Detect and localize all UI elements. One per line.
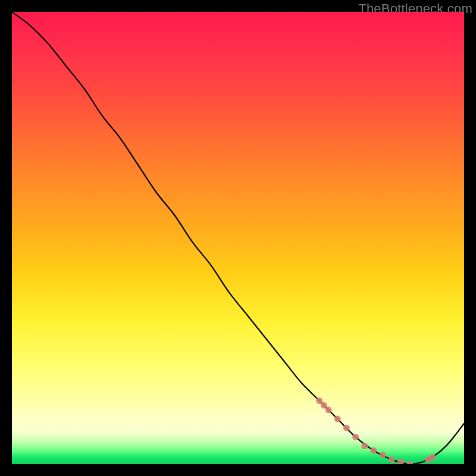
gradient-background xyxy=(12,12,464,464)
chart-stage: TheBottleneck.com xyxy=(0,0,476,476)
plot-area xyxy=(12,12,464,464)
